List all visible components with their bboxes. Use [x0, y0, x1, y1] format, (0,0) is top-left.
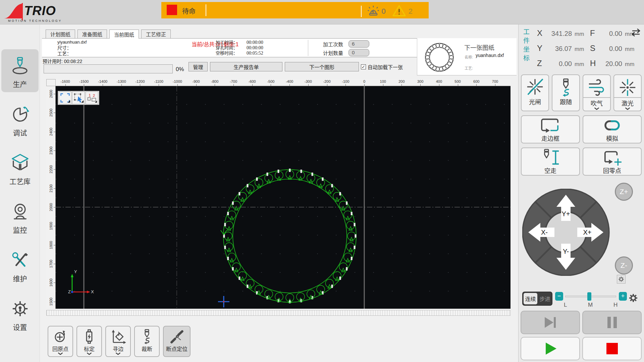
jog-x-plus-label: X+: [583, 229, 591, 236]
control-button-7[interactable]: 空走: [521, 147, 580, 176]
edge-seek-icon: [110, 328, 126, 345]
mode-continuous[interactable]: 连续: [524, 293, 537, 304]
v-ruler-tick: [54, 150, 55, 151]
start-button[interactable]: [521, 337, 580, 360]
control-button-2[interactable]: 跟随: [552, 74, 580, 111]
jog-mode-toggle[interactable]: 连续 步进: [522, 292, 552, 306]
pause-button[interactable]: [582, 311, 642, 334]
step-forward-button[interactable]: [521, 311, 580, 334]
warning-count: 2: [409, 7, 413, 16]
manage-button[interactable]: 管理: [189, 62, 208, 71]
status-indicator-square: [167, 5, 177, 15]
count-input[interactable]: 0: [348, 49, 369, 56]
h-ruler-tick: [196, 84, 197, 86]
toolbar-button-1[interactable]: 回原点: [48, 326, 73, 357]
time-label: 穿孔时间：: [216, 45, 247, 51]
count-input[interactable]: 6: [348, 40, 369, 48]
next-shape-button[interactable]: 下一个图形: [285, 62, 359, 71]
sidebar-item-label: 工艺库: [9, 176, 31, 186]
sidebar-item-4[interactable]: 监控: [1, 195, 39, 238]
count-row: 计划数量0: [323, 48, 369, 57]
cad-viewport[interactable]: YXZ: [56, 86, 511, 309]
control-button-4[interactable]: 激光: [613, 74, 642, 111]
tab-2[interactable]: 准备图纸: [77, 29, 107, 38]
jog-z-plus-button[interactable]: Z+: [615, 183, 633, 201]
control-button-5[interactable]: 走边框: [521, 115, 580, 143]
v-ruler-tick-label: 2300: [49, 146, 53, 155]
control-button-8[interactable]: 回零点: [583, 147, 642, 176]
tab-4[interactable]: 工艺修正: [141, 29, 171, 38]
tab-1[interactable]: 计划图纸: [46, 29, 75, 38]
speed-minus-button[interactable]: −: [555, 292, 563, 301]
select-cursor-button[interactable]: [72, 92, 85, 104]
h-ruler-tick: [458, 84, 458, 86]
production-icon: [11, 54, 30, 77]
v-ruler-tick: [54, 207, 55, 207]
stop-button[interactable]: [582, 337, 642, 360]
job-filename: yiyaunhuan.dxf: [57, 40, 87, 45]
control-button-3[interactable]: 吹气: [583, 74, 611, 111]
speed-slider-handle[interactable]: [587, 292, 591, 301]
toolbar-button-3[interactable]: 寻边: [105, 326, 131, 357]
axis-letter: Z: [537, 59, 548, 68]
axis-value: 36.07: [548, 45, 575, 53]
autoload-checkbox[interactable]: ✓ 自动加载下一张: [361, 63, 403, 70]
zoom-marquee-button[interactable]: [59, 92, 71, 104]
speed-settings-gear-icon[interactable]: [628, 293, 638, 304]
laser-control-grid: 光闸 跟随 吹气 激光 走边框 模拟 空走 回零点: [521, 74, 642, 176]
v-ruler-tick-label: 1500: [49, 297, 53, 305]
h-ruler-tick-label: -100: [342, 79, 349, 83]
sidebar-item-6[interactable]: 设置: [1, 292, 39, 335]
sequence-order-button[interactable]: 1 2: [86, 92, 98, 104]
coord-swap-icon[interactable]: [630, 28, 642, 39]
time-row: 穿孔时间：00:00:00: [216, 45, 313, 51]
axis2-value: 20.00: [601, 60, 625, 68]
h-ruler-tick: [177, 84, 178, 86]
mode-step[interactable]: 步进: [538, 292, 552, 305]
application-window: TRIO MOTION TECHNOLOGY 待命 0: [0, 0, 644, 362]
v-ruler-tick-label: 2100: [49, 184, 53, 192]
laser-icon: [618, 78, 637, 97]
next-drawing-name: yuanhaun.dxf: [476, 53, 504, 58]
sidebar-item-3[interactable]: 工艺库: [1, 146, 39, 189]
svg-text:2: 2: [93, 94, 95, 98]
info-divider: [308, 40, 308, 56]
h-ruler-tick-label: -500: [267, 79, 274, 83]
axis2-letter: H: [590, 59, 601, 68]
axis2-value: 0.00: [601, 45, 625, 53]
sidebar-item-5[interactable]: 维护: [1, 244, 39, 287]
jog-z-minus-button[interactable]: Z-: [615, 256, 633, 275]
h-ruler-tick: [327, 84, 327, 86]
speed-scale-high: H: [613, 302, 618, 308]
axis2-unit: mm: [625, 61, 637, 68]
process-library-icon: [10, 151, 30, 175]
h-ruler-tick-label: -1100: [154, 79, 163, 83]
v-ruler-tick: [54, 113, 55, 113]
breakpoint-icon: [169, 328, 185, 345]
autoload-label: 自动加载下一张: [368, 63, 403, 70]
alarm-area: 0 2: [361, 5, 413, 18]
chevron-down-icon: [625, 105, 631, 111]
toolbar-button-4[interactable]: 裁断: [134, 326, 160, 357]
speed-plus-button[interactable]: +: [619, 292, 627, 301]
sidebar-item-1[interactable]: 生产: [1, 49, 39, 92]
time-stats: 加工时间：00:00:00穿孔时间：00:00:00空移时间：00:05:52: [216, 40, 313, 56]
production-report-button[interactable]: 生产报告单: [210, 62, 282, 71]
jog-settings-gear-icon[interactable]: [617, 275, 626, 284]
status-label: 待命: [182, 6, 196, 16]
axis-x-label: X: [91, 289, 94, 294]
toolbar-button-2[interactable]: 标定: [76, 326, 102, 357]
toolbar-button-5[interactable]: 断点定位: [163, 326, 191, 357]
v-ruler-tick-label: 2500: [49, 109, 53, 117]
warning-triangle-icon: [392, 5, 406, 18]
sidebar-item-2[interactable]: 调试: [1, 98, 39, 141]
tab-3[interactable]: 当前图纸: [109, 29, 139, 39]
canvas-horizontal-scrollbar[interactable]: [46, 310, 511, 316]
sidebar-item-label: 监控: [13, 225, 27, 235]
checkbox-check-icon[interactable]: ✓: [361, 64, 366, 69]
chevron-down-icon: [87, 350, 92, 356]
sidebar-item-label: 生产: [13, 79, 27, 89]
control-button-6[interactable]: 模拟: [583, 115, 642, 143]
control-button-1[interactable]: 光闸: [521, 74, 549, 111]
h-ruler-tick: [364, 84, 365, 86]
